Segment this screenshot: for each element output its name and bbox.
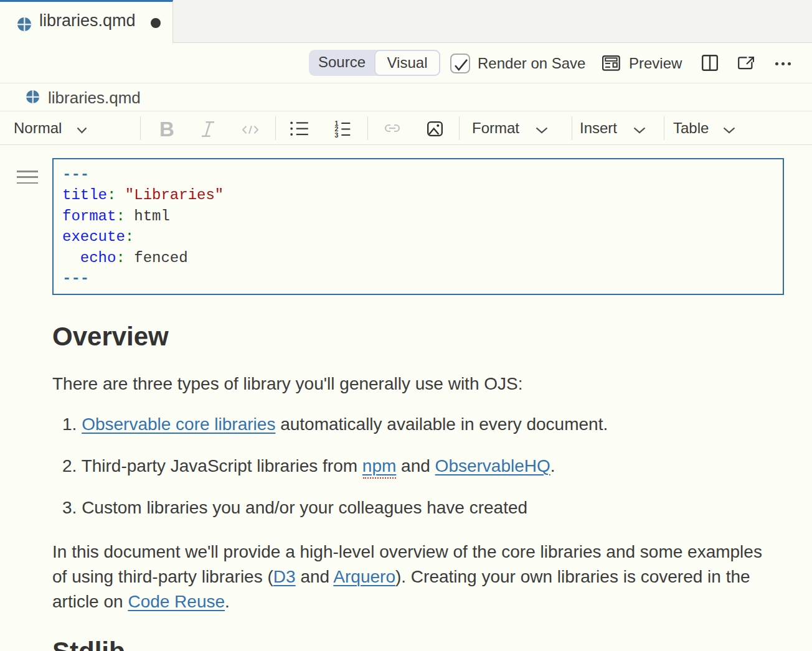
svg-text:3: 3 [335,131,339,138]
